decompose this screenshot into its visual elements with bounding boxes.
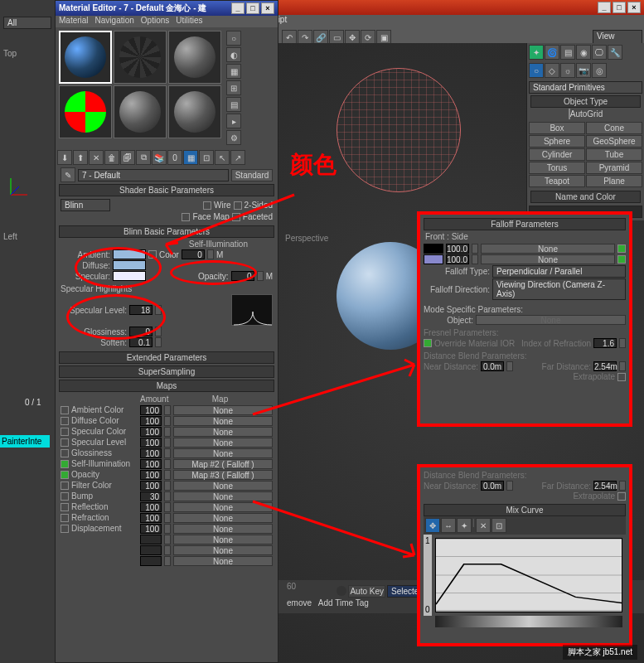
spin-icon[interactable] [164,491,171,501]
modify-tab-icon[interactable]: 🌀 [545,45,559,60]
lights-icon[interactable]: ☼ [560,63,575,78]
spin-icon[interactable] [164,524,171,534]
falloff-val1[interactable]: 100.0 [446,244,469,254]
map-check-2[interactable] [61,428,69,436]
override-ior-check[interactable] [424,339,432,347]
put-to-scene-icon[interactable]: ⬆ [73,150,88,165]
map-slot-8[interactable]: None [173,491,273,501]
spin-icon[interactable] [472,254,478,264]
scale-point-icon[interactable]: ↔ [441,518,456,533]
twosided-check[interactable] [234,201,242,210]
falloff-enable1-check[interactable] [617,244,626,253]
prim-cylinder-button[interactable]: Cylinder [529,148,585,161]
make-unique-icon[interactable]: ⧉ [136,150,151,165]
filter-all[interactable]: All [3,17,51,29]
spin-icon[interactable] [619,481,626,491]
falloff-enable2-check[interactable] [617,255,626,264]
painter-interface[interactable]: PainterInte [0,435,50,448]
objtype-rollout[interactable]: Object Type [530,95,641,108]
remove-menu[interactable]: emove [287,598,312,607]
minimize-button[interactable]: _ [598,2,611,13]
map-check-1[interactable] [61,417,69,425]
spin-icon[interactable] [164,448,171,458]
diffuse-swatch[interactable] [113,260,146,270]
add-point-icon[interactable]: ✦ [457,518,472,533]
assign-icon[interactable]: ✕ [89,150,104,165]
sample-slot-1[interactable] [59,31,112,84]
hierarchy-tab-icon[interactable]: ▤ [560,45,575,60]
sample-slot-2[interactable] [114,31,167,84]
map-amount-4[interactable]: 100 [140,448,162,458]
map-slot-11[interactable]: None [173,524,273,534]
map-slot-10[interactable]: None [173,513,273,523]
key-icon[interactable] [337,586,346,596]
maps-rollout[interactable]: Maps [59,380,274,392]
falloff-map1-button[interactable]: None [481,244,615,254]
move-point-icon[interactable]: ✥ [425,518,440,533]
gloss-spinner[interactable]: 0 [129,327,153,336]
map-slot-3[interactable]: None [173,438,273,448]
sample-slot-4[interactable] [59,85,112,138]
map-slot-9[interactable]: None [173,502,273,512]
pick-icon[interactable]: ✎ [61,167,75,182]
map-slot-6[interactable]: Map #3 ( Falloff ) [173,470,273,480]
options-icon[interactable]: ⚙ [226,130,241,145]
spin-icon[interactable] [164,513,171,523]
mixcurve-rollout-head[interactable]: Mix Curve [424,504,626,516]
map-check-4[interactable] [61,449,69,457]
primitive-category-dropdown[interactable]: Standard Primitives [529,81,642,94]
map-amount-6[interactable]: 100 [140,470,162,480]
reset-curve-icon[interactable]: ⊡ [491,518,506,533]
map-amount-1[interactable]: 100 [140,416,162,426]
extrap-check[interactable] [617,373,626,381]
falloff-map2-button[interactable]: None [481,254,615,264]
opacity-spinner[interactable]: 0 [231,271,254,281]
map-slot-2[interactable]: None [173,427,273,437]
soften-spinner[interactable]: 0.1 [129,337,153,347]
map-check-10[interactable] [61,514,69,522]
blinn-basic-rollout[interactable]: Blinn Basic Parameters [59,225,274,238]
map-amount-0[interactable]: 100 [140,405,162,415]
me-titlebar[interactable]: Material Editor - 7 - Default 金海心 - 建 _ … [56,1,278,16]
far-spinner[interactable]: 2.54m [593,361,617,371]
prim-pyramid-button[interactable]: Pyramid [586,162,642,174]
near-spinner[interactable]: 0.0m [481,361,504,371]
falloff-dir-dropdown[interactable]: Viewing Direction (Camera Z-Axis) [492,278,626,300]
backlight-icon[interactable]: ◐ [226,47,241,62]
material-id-icon[interactable]: 0 [167,150,182,165]
cameras-icon[interactable]: 📷 [576,63,591,78]
helpers-icon[interactable]: ◎ [592,63,607,78]
extra-map-button[interactable]: None [173,545,273,555]
spin-icon[interactable] [619,338,626,348]
selfillum-color-check[interactable] [148,250,157,259]
prim-cone-button[interactable]: Cone [586,122,642,134]
sample-slot-6[interactable] [168,85,221,138]
me-max-button[interactable]: □ [246,2,259,14]
extrap2-check[interactable] [617,492,626,501]
shader-basic-rollout[interactable]: Shader Basic Parameters [59,184,274,196]
speclevel-spinner[interactable]: 18 [129,305,153,315]
spin-icon[interactable] [164,416,171,426]
spin-icon[interactable] [207,249,214,259]
map-slot-4[interactable]: None [173,448,273,458]
me-min-button[interactable]: _ [231,2,245,14]
prim-teapot-button[interactable]: Teapot [529,175,585,187]
m-button[interactable]: M [216,250,223,259]
me-menu-material[interactable]: Material [59,16,89,27]
maximize-button[interactable]: □ [613,2,626,13]
close-button[interactable]: × [627,2,641,13]
prim-plane-button[interactable]: Plane [586,175,642,187]
map-slot-7[interactable]: None [173,481,273,491]
utilities-tab-icon[interactable]: 🔧 [608,45,622,60]
faceted-check[interactable] [232,213,240,221]
map-check-7[interactable] [61,482,69,490]
map-amount-2[interactable]: 100 [140,427,162,437]
specular-swatch[interactable] [113,271,146,281]
extra-map-button[interactable]: None [173,556,273,566]
map-amount-11[interactable]: 100 [140,524,162,534]
ior-spinner[interactable]: 1.6 [593,338,617,348]
map-amount-9[interactable]: 100 [140,502,162,512]
background-icon[interactable]: ▦ [226,64,241,79]
spin-icon[interactable] [155,305,162,315]
map-amount-7[interactable]: 100 [140,481,162,491]
